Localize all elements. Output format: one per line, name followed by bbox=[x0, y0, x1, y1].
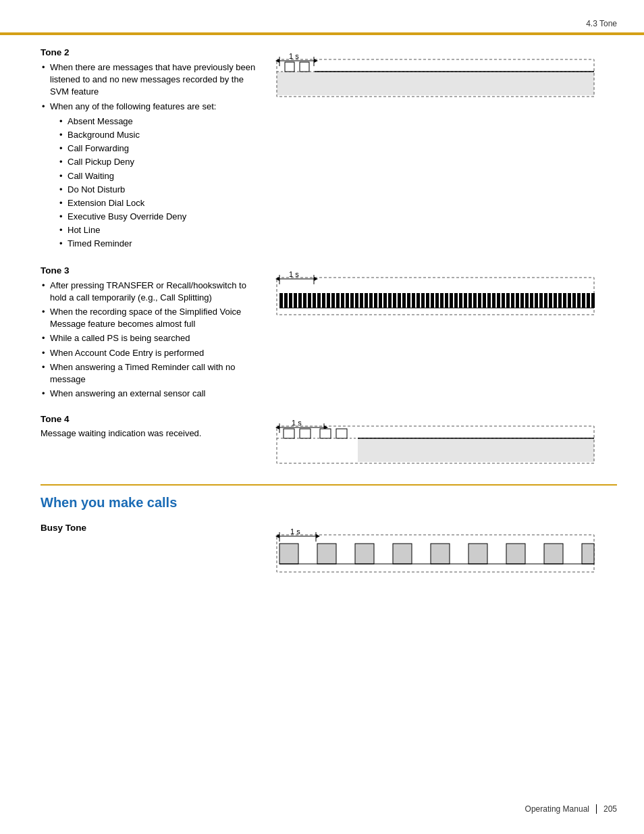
svg-rect-66 bbox=[502, 293, 505, 308]
busy-tone-title: Busy Tone bbox=[41, 523, 257, 533]
tone2-bullet-2: When any of the following features are s… bbox=[41, 101, 257, 251]
busy-tone-diagram: 1 s bbox=[270, 523, 617, 581]
svg-rect-48 bbox=[417, 293, 420, 308]
tone2-sub-8: Executive Busy Override Deny bbox=[58, 211, 257, 223]
svg-rect-77 bbox=[554, 293, 557, 308]
tone2-bullet-1: When there are messages that have previo… bbox=[41, 61, 257, 99]
tone2-sub-10: Timed Reminder bbox=[58, 238, 257, 250]
svg-rect-68 bbox=[511, 293, 514, 308]
svg-rect-24 bbox=[303, 293, 306, 308]
tone3-bullet-4: When Account Code Entry is performed bbox=[41, 347, 257, 359]
tone2-sub-5: Call Waiting bbox=[58, 170, 257, 182]
svg-rect-78 bbox=[558, 293, 562, 308]
svg-rect-53 bbox=[440, 293, 444, 308]
svg-rect-88 bbox=[358, 438, 594, 462]
svg-rect-34 bbox=[350, 293, 354, 308]
tone4-description: Message waiting indication was received. bbox=[41, 428, 257, 438]
svg-rect-112 bbox=[317, 544, 336, 564]
svg-rect-43 bbox=[393, 293, 396, 308]
tone3-section: Tone 3 After pressing TRANSFER or Recall… bbox=[41, 265, 617, 402]
tone2-sub-6: Do Not Disturb bbox=[58, 184, 257, 196]
svg-rect-73 bbox=[535, 293, 538, 308]
tone2-bullets: When there are messages that have previo… bbox=[41, 61, 257, 251]
svg-rect-72 bbox=[530, 293, 533, 308]
svg-rect-60 bbox=[473, 293, 477, 308]
svg-rect-39 bbox=[374, 293, 377, 308]
svg-rect-56 bbox=[454, 293, 458, 308]
svg-rect-80 bbox=[568, 293, 571, 308]
svg-rect-10 bbox=[300, 62, 309, 72]
tone2-svg: 1 s bbox=[270, 51, 601, 105]
svg-rect-51 bbox=[431, 293, 434, 308]
svg-rect-49 bbox=[421, 293, 425, 308]
svg-rect-79 bbox=[563, 293, 566, 308]
svg-rect-9 bbox=[285, 62, 294, 72]
svg-rect-0 bbox=[277, 72, 594, 95]
svg-rect-74 bbox=[539, 293, 543, 308]
svg-rect-27 bbox=[317, 293, 321, 308]
svg-rect-41 bbox=[383, 293, 387, 308]
svg-rect-37 bbox=[365, 293, 368, 308]
svg-rect-42 bbox=[388, 293, 392, 308]
svg-rect-20 bbox=[284, 293, 288, 308]
footer-divider bbox=[596, 804, 597, 814]
svg-rect-26 bbox=[313, 293, 316, 308]
svg-rect-28 bbox=[322, 293, 325, 308]
tone2-sub-4: Call Pickup Deny bbox=[58, 156, 257, 168]
tone2-sub-7: Extension Dial Lock bbox=[58, 197, 257, 209]
svg-rect-70 bbox=[520, 293, 524, 308]
svg-text:1 s: 1 s bbox=[289, 270, 299, 278]
tone4-text: Tone 4 Message waiting indication was re… bbox=[41, 414, 270, 438]
svg-rect-19 bbox=[279, 293, 283, 308]
svg-rect-75 bbox=[544, 293, 547, 308]
tone2-sub-2: Background Music bbox=[58, 129, 257, 141]
svg-text:1 s: 1 s bbox=[292, 419, 302, 427]
svg-rect-64 bbox=[492, 293, 495, 308]
svg-rect-114 bbox=[355, 544, 374, 564]
svg-text:1 s: 1 s bbox=[290, 527, 300, 536]
footer-label: Operating Manual bbox=[525, 804, 589, 814]
tone2-sub-9: Hot Line bbox=[58, 224, 257, 236]
svg-text:1 s: 1 s bbox=[289, 52, 299, 60]
svg-rect-29 bbox=[327, 293, 330, 308]
svg-rect-33 bbox=[346, 293, 349, 308]
svg-rect-97 bbox=[284, 429, 294, 438]
tone4-section: Tone 4 Message waiting indication was re… bbox=[41, 414, 617, 472]
svg-rect-55 bbox=[450, 293, 453, 308]
busy-tone-text: Busy Tone bbox=[41, 523, 270, 536]
svg-rect-25 bbox=[308, 293, 311, 308]
svg-rect-116 bbox=[393, 544, 412, 564]
svg-rect-62 bbox=[483, 293, 486, 308]
svg-rect-85 bbox=[591, 293, 595, 308]
tone3-svg: 1 s bbox=[270, 269, 601, 323]
svg-rect-84 bbox=[587, 293, 590, 308]
svg-rect-38 bbox=[369, 293, 373, 308]
svg-rect-65 bbox=[497, 293, 500, 308]
tone2-section: Tone 2 When there are messages that have… bbox=[41, 47, 617, 253]
tone3-bullet-3: While a called PS is being searched bbox=[41, 332, 257, 344]
svg-rect-40 bbox=[379, 293, 382, 308]
tone3-bullet-6: When answering an external sensor call bbox=[41, 388, 257, 400]
tone2-diagram: 1 s bbox=[270, 47, 617, 105]
tone3-bullet-5: When answering a Timed Reminder call wit… bbox=[41, 361, 257, 386]
svg-rect-30 bbox=[331, 293, 335, 308]
tone4-title: Tone 4 bbox=[41, 414, 257, 424]
tone2-sublist: Absent Message Background Music Call For… bbox=[58, 115, 257, 251]
svg-rect-83 bbox=[582, 293, 585, 308]
svg-rect-47 bbox=[412, 293, 415, 308]
tone3-bullets: After pressing TRANSFER or Recall/hooksw… bbox=[41, 280, 257, 400]
busy-tone-svg: 1 s bbox=[270, 527, 601, 581]
tone2-title: Tone 2 bbox=[41, 47, 257, 57]
tone3-diagram: 1 s bbox=[270, 265, 617, 323]
tone3-title: Tone 3 bbox=[41, 265, 257, 276]
svg-rect-122 bbox=[506, 544, 525, 564]
svg-rect-81 bbox=[572, 293, 576, 308]
tone2-sub-1: Absent Message bbox=[58, 115, 257, 128]
svg-rect-59 bbox=[468, 293, 472, 308]
page-number: 205 bbox=[603, 804, 617, 814]
when-you-make-calls-heading: When you make calls bbox=[41, 484, 617, 511]
tone3-bullet-1: After pressing TRANSFER or Recall/hooksw… bbox=[41, 280, 257, 304]
tone3-bullet-2: When the recording space of the Simplifi… bbox=[41, 306, 257, 330]
page-footer: Operating Manual 205 bbox=[525, 804, 617, 814]
main-content: Tone 2 When there are messages that have… bbox=[41, 47, 617, 581]
